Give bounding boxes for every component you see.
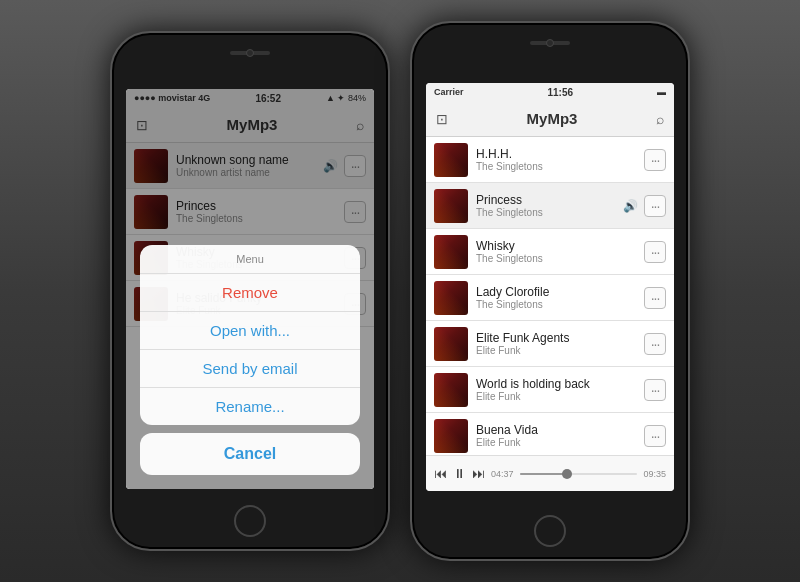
menu-item-send-email[interactable]: Send by email [140,350,360,388]
right-song-artist-2: The Singletons [476,207,623,218]
right-song-title-2: Princess [476,193,623,207]
speaker-icon-right: 🔊 [623,199,638,213]
right-song-info-6: World is holding back Elite Funk [476,377,644,402]
left-screen: ●●●● movistar 4G 16:52 ▲ ✦ 84% ⊡ MyMp3 ⌕ [126,89,374,489]
right-song-artist-4: The Singletons [476,299,644,310]
menu-box: Menu Remove Open with... Send by email R… [140,245,360,425]
right-song-item-6[interactable]: World is holding back Elite Funk ··· [426,367,674,413]
right-song-thumb-7 [434,419,468,453]
right-song-artist-5: Elite Funk [476,345,644,356]
right-nav-title: MyMp3 [527,110,578,127]
right-song-artist-1: The Singletons [476,161,644,172]
left-phone: ●●●● movistar 4G 16:52 ▲ ✦ 84% ⊡ MyMp3 ⌕ [110,31,390,551]
right-nav-bar: ⊡ MyMp3 ⌕ [426,101,674,137]
menu-title: Menu [140,245,360,274]
right-song-thumb-4 [434,281,468,315]
right-song-actions-2: 🔊 ··· [623,195,666,217]
right-song-list: H.H.H. The Singletons ··· Princess The S… [426,137,674,455]
status-icons-right: ▬ [657,87,666,97]
progress-thumb[interactable] [562,469,572,479]
menu-cancel-btn[interactable]: Cancel [140,433,360,475]
phones-container: ●●●● movistar 4G 16:52 ▲ ✦ 84% ⊡ MyMp3 ⌕ [0,0,800,582]
right-song-actions-7: ··· [644,425,666,447]
right-song-title-5: Elite Funk Agents [476,331,644,345]
current-time: 04:37 [491,469,514,479]
right-more-btn-1[interactable]: ··· [644,149,666,171]
right-song-thumb-5 [434,327,468,361]
right-song-actions-1: ··· [644,149,666,171]
right-song-artist-3: The Singletons [476,253,644,264]
menu-overlay: Menu Remove Open with... Send by email R… [126,89,374,489]
menu-item-rename[interactable]: Rename... [140,388,360,425]
right-song-title-6: World is holding back [476,377,644,391]
right-song-title-7: Buena Vida [476,423,644,437]
right-song-actions-6: ··· [644,379,666,401]
right-song-item-2[interactable]: Princess The Singletons 🔊 ··· [426,183,674,229]
forward-btn[interactable]: ⏭ [472,466,485,481]
right-phone: Carrier 11:56 ▬ ⊡ MyMp3 ⌕ H.H.H. [410,21,690,561]
right-song-actions-4: ··· [644,287,666,309]
right-nav-search-icon[interactable]: ⌕ [656,111,664,127]
right-song-actions-5: ··· [644,333,666,355]
menu-item-open-with[interactable]: Open with... [140,312,360,350]
speaker-top [230,51,270,55]
right-more-btn-6[interactable]: ··· [644,379,666,401]
right-song-item-3[interactable]: Whisky The Singletons ··· [426,229,674,275]
time-right: 11:56 [547,87,573,98]
right-song-info-3: Whisky The Singletons [476,239,644,264]
menu-item-remove[interactable]: Remove [140,274,360,312]
right-song-actions-3: ··· [644,241,666,263]
right-song-artist-6: Elite Funk [476,391,644,402]
right-song-thumb-2 [434,189,468,223]
total-time: 09:35 [643,469,666,479]
right-song-title-1: H.H.H. [476,147,644,161]
right-status-bar: Carrier 11:56 ▬ [426,83,674,101]
home-button-left[interactable] [234,505,266,537]
now-playing-bar: ⏮ ⏸ ⏭ 04:37 09:35 [426,455,674,491]
right-song-item-4[interactable]: Lady Clorofile The Singletons ··· [426,275,674,321]
play-controls: ⏮ ⏸ ⏭ [434,466,485,481]
right-song-thumb-1 [434,143,468,177]
right-song-item-1[interactable]: H.H.H. The Singletons ··· [426,137,674,183]
right-song-info-4: Lady Clorofile The Singletons [476,285,644,310]
home-button-right[interactable] [534,515,566,547]
right-more-btn-5[interactable]: ··· [644,333,666,355]
progress-bar[interactable] [520,473,638,475]
right-song-item-7[interactable]: Buena Vida Elite Funk ··· [426,413,674,455]
pause-btn[interactable]: ⏸ [453,466,466,481]
right-more-btn-7[interactable]: ··· [644,425,666,447]
carrier-right: Carrier [434,87,464,97]
right-song-title-3: Whisky [476,239,644,253]
right-song-thumb-6 [434,373,468,407]
right-more-btn-2[interactable]: ··· [644,195,666,217]
right-song-info-5: Elite Funk Agents Elite Funk [476,331,644,356]
right-screen: Carrier 11:56 ▬ ⊡ MyMp3 ⌕ H.H.H. [426,83,674,491]
right-song-thumb-3 [434,235,468,269]
right-song-item-5[interactable]: Elite Funk Agents Elite Funk ··· [426,321,674,367]
right-nav-left-icon[interactable]: ⊡ [436,111,448,127]
right-song-info-7: Buena Vida Elite Funk [476,423,644,448]
rewind-btn[interactable]: ⏮ [434,466,447,481]
right-song-artist-7: Elite Funk [476,437,644,448]
progress-fill [520,473,567,475]
right-more-btn-4[interactable]: ··· [644,287,666,309]
right-more-btn-3[interactable]: ··· [644,241,666,263]
menu-container: Menu Remove Open with... Send by email R… [140,245,360,475]
right-song-info-1: H.H.H. The Singletons [476,147,644,172]
speaker-top-right [530,41,570,45]
right-song-title-4: Lady Clorofile [476,285,644,299]
right-song-info-2: Princess The Singletons [476,193,623,218]
